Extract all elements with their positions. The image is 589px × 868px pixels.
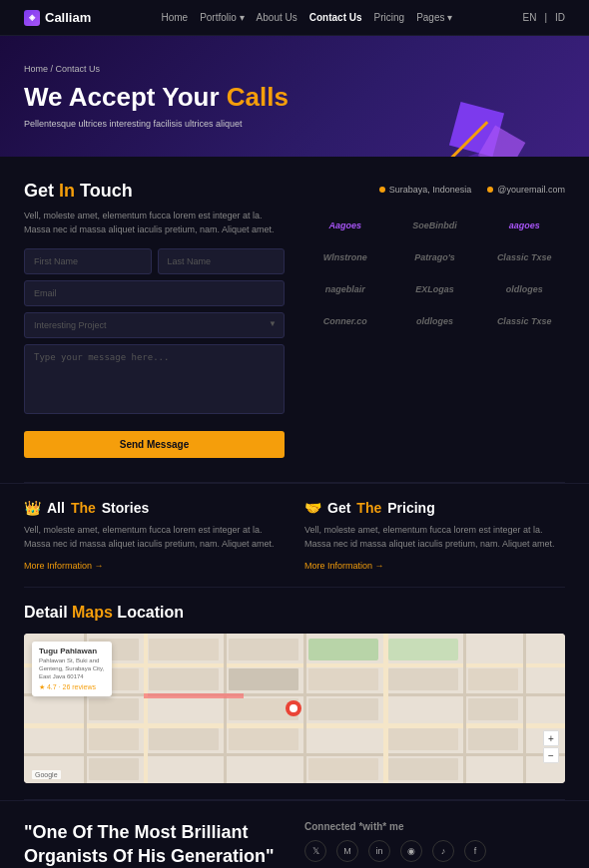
svg-rect-4 [24,753,565,756]
svg-rect-34 [388,639,458,660]
heading-accent: In [59,181,75,201]
svg-rect-32 [388,758,458,780]
nav-pricing[interactable]: Pricing [374,12,405,23]
svg-rect-25 [89,728,139,750]
medium-icon[interactable]: M [336,840,358,862]
contact-details: Surabaya, Indonesia @youremail.com [304,185,565,195]
svg-rect-21 [89,698,139,720]
svg-rect-13 [149,639,219,660]
nav-links: Home Portfolio ▾ About Us Contact Us Pri… [161,12,452,23]
map-section: Detail Maps Location [0,588,589,799]
logo-text-9: Conner.co [323,316,367,326]
place-rating: ★ 4.7 · 26 reviews [39,683,105,691]
contact-form-area: Get In Touch Vell, moleste amet, element… [24,181,285,458]
client-logos-grid: AagoesSoeBinbdiaagoesWlnstronePatrago'sC… [304,215,565,332]
pricing-accent: The [356,500,381,516]
logo[interactable]: ◈ Calliam [24,10,91,26]
send-message-button[interactable]: Send Message [24,431,285,458]
nav-home[interactable]: Home [161,12,188,23]
svg-rect-16 [149,668,219,690]
location-text: Surabaya, Indonesia [389,185,472,195]
nav-portfolio[interactable]: Portfolio ▾ [200,12,244,23]
stories-accent: The [71,500,96,516]
logo-text-5: Classic Txse [497,252,552,262]
instagram-icon[interactable]: ◉ [400,840,422,862]
pricing-item: 🤝 Get The Pricing Vell, moleste amet, el… [304,500,565,571]
logo-item-7: EXLogas [394,278,476,300]
logo-text-3: Wlnstrone [323,252,367,262]
map-plain: Detail [24,604,72,621]
logo-item-11: Classic Txse [483,310,565,332]
map-info-box: Tugu Pahlawan Pahlawan St, Buki and Gent… [32,642,112,695]
logo-text-6: nageblair [325,284,365,294]
email-input[interactable] [24,280,285,306]
project-select[interactable]: Interesting Project Web Design Branding [24,312,285,338]
nav-about[interactable]: About Us [257,12,297,23]
lang-en[interactable]: EN [522,12,536,23]
pricing-plain: Get [327,500,350,516]
contact-info-logos: Surabaya, Indonesia @youremail.com Aagoe… [304,181,565,458]
stories-plain: All [47,500,65,516]
pricing-description: Vell, moleste amet, elementum fucca lore… [304,524,565,551]
logo-item-6: nageblair [304,278,386,300]
twitter-icon[interactable]: 𝕏 [304,840,326,862]
logo-text-7: EXLogas [415,284,454,294]
map-container[interactable]: Tugu Pahlawan Pahlawan St, Buki and Gent… [24,634,565,783]
facebook-icon[interactable]: f [464,840,486,862]
first-name-input[interactable] [24,248,152,274]
svg-rect-11 [523,634,526,783]
lang-id[interactable]: ID [555,12,565,23]
hero-subtitle: Pellentesque ultrices interesting facili… [24,119,244,129]
heading-plain: Get [24,181,59,201]
form-description: Vell, moleste amet, elementum fucca lore… [24,210,285,236]
svg-rect-26 [149,728,219,750]
email-item: @youremail.com [487,185,565,195]
linkedin-icon[interactable]: in [368,840,390,862]
social-icons-group: 𝕏 M in ◉ ♪ f [304,840,565,862]
logo-item-2: aagoes [483,215,565,236]
svg-point-36 [290,704,297,712]
hero-title-text: We Accept Your [24,82,227,112]
svg-rect-37 [144,693,244,698]
logo-text-4: Patrago's [414,252,455,262]
pricing-more-info[interactable]: More Information → [304,561,565,571]
connected-title: Connected *with* me [304,821,565,832]
tiktok-icon[interactable]: ♪ [432,840,454,862]
stories-description: Vell, moleste amet, elementum fucca lore… [24,524,285,551]
svg-rect-6 [144,634,148,783]
nav-contact[interactable]: Contact Us [309,12,362,23]
pricing-rest: Pricing [387,500,434,516]
hero-decoration [469,36,589,157]
stories-more-info[interactable]: More Information → [24,561,285,571]
email-dot [487,187,493,193]
place-name: Tugu Pahlawan [39,647,105,655]
pricing-heading: 🤝 Get The Pricing [304,500,565,516]
email-text: @youremail.com [497,185,565,195]
logo-icon: ◈ [24,10,40,26]
hero-title-accent: Calls [227,82,289,112]
svg-rect-3 [24,723,565,728]
logo-text-10: oldloges [416,316,453,326]
logo-item-0: Aagoes [304,215,386,236]
svg-rect-24 [468,698,518,720]
nav-pages[interactable]: Pages ▾ [416,12,452,23]
svg-rect-30 [89,758,139,780]
stories-rest: Stories [102,500,149,516]
last-name-input[interactable] [158,248,286,274]
map-accent: Maps [72,604,113,621]
svg-rect-10 [463,634,466,783]
map-heading: Detail Maps Location [24,604,565,622]
zoom-out-button[interactable]: − [543,747,559,763]
place-address: Pahlawan St, Buki and Genteng, Surabaya … [39,657,105,680]
logo-text-0: Aagoes [329,220,362,230]
svg-rect-18 [308,668,378,690]
nav-language: EN | ID [522,12,565,23]
message-textarea[interactable] [24,344,285,414]
navbar: ◈ Calliam Home Portfolio ▾ About Us Cont… [0,0,589,36]
logo-text-1: SoeBinbdi [412,220,457,230]
logo-item-4: Patrago's [394,246,476,268]
quote-area: "One Of The Most Brilliant Organists Of … [24,821,285,868]
zoom-in-button[interactable]: + [543,730,559,746]
logo-item-3: Wlnstrone [304,246,386,268]
svg-rect-28 [388,728,458,750]
